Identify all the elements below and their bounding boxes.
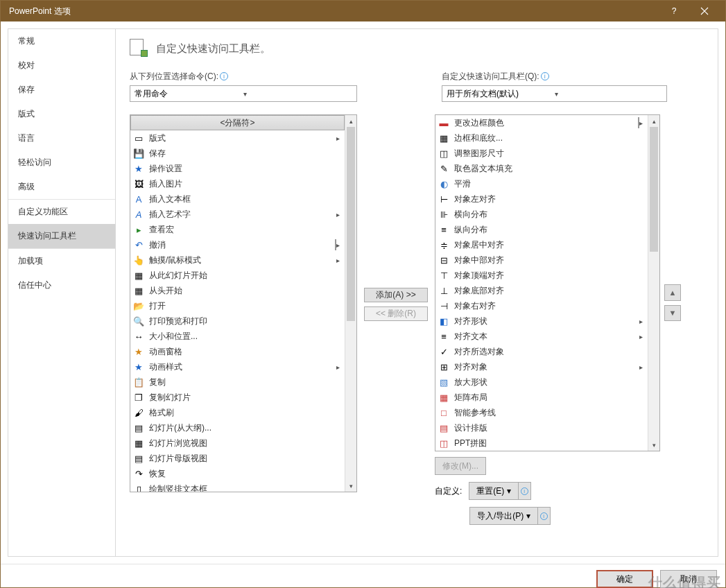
submenu-arrow-icon: ▸ [336,257,343,264]
scrollbar[interactable]: ▴ ▾ [648,115,659,451]
list-item[interactable]: ✎取色器文本填充 [435,161,648,176]
chevron-down-icon: ▾ [555,90,663,98]
list-item[interactable]: ▯绘制竖排文本框 [130,481,345,492]
list-item[interactable]: ◧对齐形状▸ [435,313,648,329]
list-item[interactable]: ▤幻灯片(从大纲)... [130,420,345,435]
cancel-button[interactable]: 取消 [660,570,717,588]
sidebar-item[interactable]: 快速访问工具栏 [8,224,115,248]
list-item[interactable]: 📂打开 [130,298,345,313]
command-icon: ★ [132,163,145,174]
sidebar-item[interactable]: 语言 [8,126,115,150]
list-item[interactable]: A插入文本框 [130,191,345,207]
list-item[interactable]: 🔍打印预览和打印 [130,313,345,329]
sidebar-item[interactable]: 版式 [8,102,115,126]
command-icon: ◫ [438,148,450,159]
scroll-down-button[interactable]: ▾ [345,480,356,492]
list-item[interactable]: ▦从头开始 [130,283,345,298]
sidebar-item[interactable]: 高级 [8,175,115,199]
list-item[interactable]: ▦边框和底纹... [435,130,648,146]
sidebar-item[interactable]: 自定义功能区 [8,200,115,224]
available-commands-list[interactable]: <分隔符>▭版式▸💾保存★操作设置🖼插入图片A插入文本框A插入艺术字▸▸查看宏↶… [130,114,357,492]
command-icon: ✎ [438,163,450,174]
remove-button[interactable]: << 删除(R) [364,306,428,321]
list-item[interactable]: ❐复制幻灯片 [130,390,345,405]
submenu-arrow-icon: ▸ [639,333,646,340]
submenu-arrow-icon: ▸ [336,241,343,249]
sidebar-item[interactable]: 轻松访问 [8,150,115,175]
scroll-up-button[interactable]: ▴ [345,115,356,127]
qat-commands-list[interactable]: ▬更改边框颜色▸▦边框和底纹...◫调整图形尺寸✎取色器文本填充◐平滑⊢对象左对… [435,114,660,451]
scroll-down-button[interactable]: ▾ [648,439,659,451]
choose-from-label: 从下列位置选择命令(C):i [130,71,357,83]
list-item[interactable]: 💾保存 [130,146,345,161]
list-item[interactable]: ≡纵向分布 [435,222,648,237]
list-item[interactable]: ⊞对齐对象▸ [435,359,648,374]
list-item[interactable]: 👆触摸/鼠标模式▸ [130,252,345,268]
list-item[interactable]: ★动画样式▸ [130,359,345,374]
commands-from-dropdown[interactable]: 常用命令 ▾ [130,85,357,102]
command-icon: ▦ [132,270,145,281]
list-item[interactable]: ▧放大形状 [435,374,648,390]
list-item[interactable]: <分隔符> [130,115,345,130]
info-icon[interactable]: i [541,72,549,80]
list-item[interactable]: ⊥对象底部对齐 [435,283,648,298]
list-item[interactable]: ▬更改边框颜色▸ [435,115,648,130]
close-button[interactable] [689,1,720,21]
dropdown-value: 用于所有文档(默认) [447,88,555,100]
command-icon: ❐ [132,392,145,403]
list-item[interactable]: ↶撤消▸ [130,237,345,252]
qat-scope-dropdown[interactable]: 用于所有文档(默认) ▾ [442,85,667,102]
list-item[interactable]: ✓对齐所选对象 [435,344,648,359]
info-icon[interactable]: i [220,72,228,80]
ok-button[interactable]: 确定 [596,570,653,588]
command-icon: ↔ [132,331,145,342]
sidebar-item[interactable]: 校对 [8,53,115,78]
list-item[interactable]: ⊤对象顶端对齐 [435,268,648,283]
sidebar-item[interactable]: 保存 [8,78,115,102]
list-item[interactable]: ≑对象居中对齐 [435,237,648,252]
command-icon: ⊞ [438,361,450,372]
command-icon: 🖼 [132,178,145,189]
list-item[interactable]: ↷恢复 [130,466,345,481]
list-item[interactable]: □智能参考线 [435,405,648,420]
list-item[interactable]: ≡对齐文本▸ [435,329,648,344]
list-item[interactable]: ▤设计排版 [435,420,648,435]
list-item[interactable]: ◐平滑 [435,176,648,191]
list-item[interactable]: 📋复制 [130,374,345,390]
list-item[interactable]: A插入艺术字▸ [130,207,345,222]
list-item[interactable]: ★操作设置 [130,161,345,176]
list-item[interactable]: 🖼插入图片 [130,176,345,191]
command-icon: ▦ [132,438,145,449]
scroll-up-button[interactable]: ▴ [648,115,659,127]
command-icon: ≡ [438,224,450,235]
sidebar-item[interactable]: 信任中心 [8,273,115,297]
list-item[interactable]: ⊢对象左对齐 [435,191,648,207]
list-item[interactable]: ⊟对象中部对齐 [435,252,648,268]
list-item[interactable]: ⊣对象右对齐 [435,298,648,313]
move-up-button[interactable]: ▲ [664,284,681,301]
scrollbar[interactable]: ▴ ▾ [345,115,356,492]
add-button[interactable]: 添加(A) >> [364,288,428,302]
command-icon: ◐ [438,178,450,189]
list-item[interactable]: ▸查看宏 [130,222,345,237]
list-item[interactable]: ▦矩阵布局 [435,390,648,405]
list-item[interactable]: 🖌格式刷 [130,405,345,420]
list-item[interactable]: ⊪横向分布 [435,207,648,222]
command-icon: ≑ [438,239,450,250]
list-item[interactable]: ◫PPT拼图 [435,435,648,451]
sidebar-item[interactable]: 加载项 [8,249,115,273]
command-icon: ⊤ [438,270,450,281]
command-icon: 🖌 [132,407,145,418]
help-button[interactable]: ? [659,1,689,21]
list-item[interactable]: ◫调整图形尺寸 [435,146,648,161]
list-item[interactable]: ▦幻灯片浏览视图 [130,435,345,451]
list-item[interactable]: ▦从此幻灯片开始 [130,268,345,283]
command-icon: ▭ [132,132,145,144]
list-item[interactable]: ▤幻灯片母版视图 [130,451,345,466]
list-item[interactable]: ↔大小和位置... [130,329,345,344]
list-item[interactable]: ▭版式▸ [130,130,345,146]
list-item[interactable]: ★动画窗格 [130,344,345,359]
sidebar-item[interactable]: 常规 [8,29,115,53]
command-icon: ▦ [438,132,450,144]
move-down-button[interactable]: ▼ [664,305,681,322]
